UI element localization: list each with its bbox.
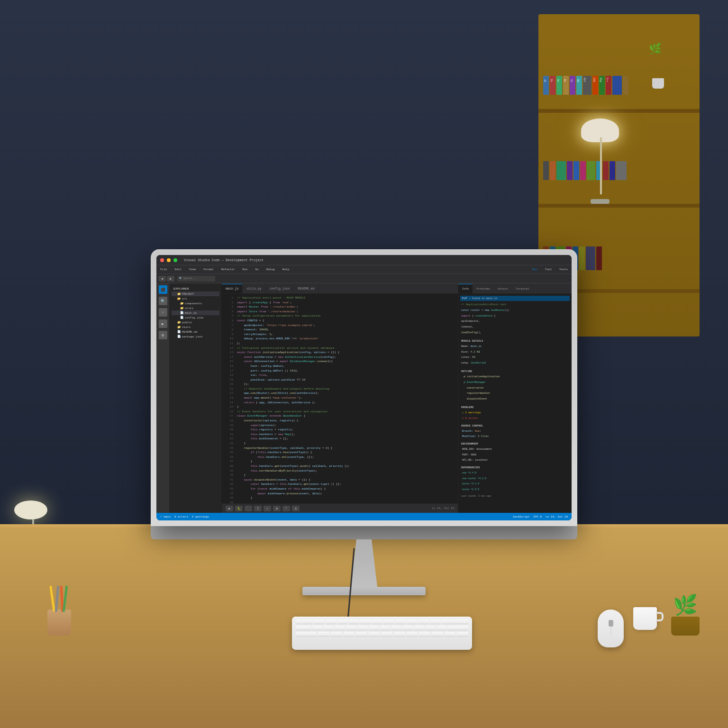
run-icon[interactable]: ▶	[159, 319, 167, 328]
menu-go[interactable]: Go	[253, 268, 260, 271]
key-quote[interactable]	[444, 632, 456, 637]
keyboard[interactable]	[292, 617, 472, 650]
status-line-col: Ln 24, Col 18	[546, 515, 568, 519]
key-q[interactable]	[312, 626, 323, 630]
key-o[interactable]	[402, 626, 413, 630]
key-y[interactable]	[369, 626, 379, 630]
key-8[interactable]	[383, 619, 394, 624]
key-e[interactable]	[335, 626, 345, 630]
sidebar-item-config[interactable]: 📄 config.json	[172, 315, 219, 320]
menu-debug[interactable]: Debug	[264, 268, 277, 271]
git-btn[interactable]: ⑂	[282, 506, 290, 511]
key-d[interactable]	[343, 632, 355, 637]
key-p[interactable]	[414, 626, 424, 630]
key-7[interactable]	[372, 619, 382, 624]
menu-edit[interactable]: Edit	[173, 268, 183, 271]
sidebar-item-package[interactable]: 📄 package.json	[172, 334, 219, 339]
menu-run[interactable]: Run	[241, 268, 250, 271]
menu-view[interactable]: View	[187, 268, 198, 271]
key-a[interactable]	[318, 632, 329, 637]
maximize-button[interactable]	[173, 258, 177, 262]
test-btn[interactable]: ✓	[264, 506, 271, 511]
menu-refactor[interactable]: Refactor	[219, 268, 237, 271]
sidebar-item-src[interactable]: 📂 src	[172, 296, 219, 301]
key-backspace[interactable]	[442, 619, 468, 624]
debug-btn[interactable]: 🐛	[235, 506, 243, 511]
menu-file[interactable]: File	[158, 268, 169, 271]
key-tab[interactable]	[296, 626, 311, 630]
menubar[interactable]: File Edit View Format Refactor Run Go De…	[156, 265, 572, 274]
toolbar-forward-btn[interactable]: ▶	[167, 276, 174, 282]
key-backslash[interactable]	[456, 632, 468, 637]
key-capslock[interactable]	[296, 632, 317, 637]
tab-config[interactable]: config.json	[266, 284, 294, 293]
key-j[interactable]	[393, 632, 405, 637]
tab-info[interactable]: Info	[458, 284, 473, 293]
git-icon[interactable]: ⑂	[159, 308, 167, 317]
key-minus[interactable]	[419, 619, 429, 624]
key-r[interactable]	[346, 626, 356, 630]
key-l[interactable]	[419, 632, 430, 637]
monitor-screen[interactable]: Visual Studio Code — Development Project…	[156, 255, 572, 520]
step-btn[interactable]: ⤵	[254, 506, 262, 511]
tab-utils[interactable]: utils.py	[243, 284, 265, 293]
key-i[interactable]	[391, 626, 401, 630]
menu-run-project[interactable]: Run	[530, 268, 539, 271]
settings-btn[interactable]: ⚙	[292, 506, 300, 511]
key-esc[interactable]	[296, 619, 301, 624]
key-4[interactable]	[337, 619, 347, 624]
format-btn[interactable]: ⊞	[273, 506, 281, 511]
build-btn[interactable]: ▶	[226, 506, 233, 511]
sidebar-item-public[interactable]: 📁 public	[172, 320, 219, 325]
search-result-highlight[interactable]: FoT — Found in main.js	[460, 296, 570, 301]
key-h[interactable]	[381, 632, 393, 637]
key-0[interactable]	[407, 619, 417, 624]
sidebar-item-project[interactable]: 📁 PROJECT	[172, 291, 219, 296]
code-editor[interactable]: // Application entry point - MAIN MODULE…	[235, 296, 458, 501]
status-errors: 0 errors	[174, 515, 188, 519]
editor-content[interactable]: 12345 678910 1112131415 1617181920 21222…	[222, 294, 458, 503]
sidebar-item-mainjs[interactable]: 📄 main.js	[172, 310, 219, 315]
key-bracket-open[interactable]	[425, 626, 436, 630]
magic-mouse[interactable]	[598, 610, 624, 647]
key-5[interactable]	[349, 619, 359, 624]
search-icon[interactable]: 🔍	[159, 297, 167, 305]
key-semicolon[interactable]	[431, 632, 443, 637]
key-w[interactable]	[323, 626, 334, 630]
explorer-icon[interactable]: ⬛	[159, 285, 167, 294]
tab-terminal[interactable]: Terminal	[512, 284, 533, 293]
key-f[interactable]	[355, 632, 367, 637]
key-u[interactable]	[380, 626, 391, 630]
key-t[interactable]	[357, 626, 368, 630]
key-6[interactable]	[360, 619, 371, 624]
mouse-scroll-wheel[interactable]	[609, 620, 613, 627]
sidebar-item-readme[interactable]: 📄 README.md	[172, 329, 219, 334]
key-s[interactable]	[330, 632, 342, 637]
search-bar[interactable]: 🔍 Search...	[177, 276, 215, 282]
key-1[interactable]	[302, 619, 313, 624]
toolbar-back-btn[interactable]: ◀	[158, 276, 166, 282]
menu-tool[interactable]: Tool	[543, 268, 554, 271]
stop-btn[interactable]: ⬛	[245, 506, 252, 511]
key-equals[interactable]	[430, 619, 440, 624]
menu-tests[interactable]: Tests	[557, 268, 570, 271]
tab-mainjs[interactable]: main.js	[222, 284, 243, 293]
key-bracket-close[interactable]	[437, 626, 447, 630]
key-9[interactable]	[395, 619, 406, 624]
key-enter[interactable]	[447, 626, 468, 630]
tab-readme[interactable]: README.md	[294, 284, 318, 293]
key-3[interactable]	[326, 619, 336, 624]
key-2[interactable]	[314, 619, 324, 624]
sidebar-item-utils[interactable]: 📁 utils	[172, 306, 219, 310]
extensions-icon[interactable]: ⊞	[159, 331, 167, 339]
sidebar-item-tests[interactable]: 📁 tests	[172, 325, 219, 329]
key-k[interactable]	[406, 632, 418, 637]
minimize-button[interactable]	[167, 258, 171, 262]
menu-format[interactable]: Format	[201, 268, 216, 271]
tab-output[interactable]: Output	[494, 284, 512, 293]
key-g[interactable]	[368, 632, 380, 637]
close-button[interactable]	[160, 258, 164, 262]
sidebar-item-components[interactable]: 📁 components	[172, 301, 219, 306]
menu-help[interactable]: Help	[281, 268, 291, 271]
tab-problems[interactable]: Problems	[473, 284, 494, 293]
